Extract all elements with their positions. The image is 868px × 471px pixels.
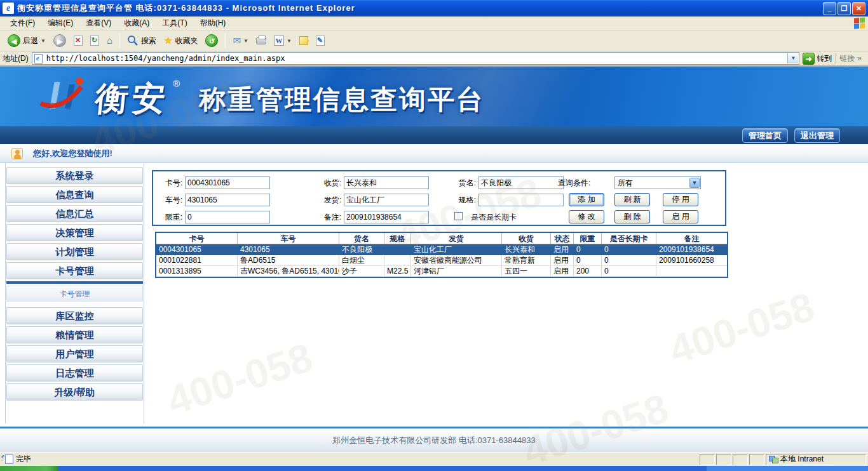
edit-icon: ✎ <box>316 36 325 46</box>
table-row-selected[interactable]: 0004301065 4301065 不良阳极 宝山化工厂 长兴泰和 启用 0 … <box>156 244 727 255</box>
address-label: 地址(D) <box>3 53 29 64</box>
home-button[interactable]: ⌂ <box>104 34 115 47</box>
add-button[interactable]: 添 加 <box>569 193 604 206</box>
shipper-input[interactable] <box>344 194 429 206</box>
discuss-button[interactable] <box>297 35 311 46</box>
address-input[interactable]: http://localhost:1504/yancheng/admin/ind… <box>32 52 800 65</box>
word-edit-button[interactable]: W ▼ <box>271 34 294 47</box>
cell: 2009101660258 <box>656 255 727 266</box>
windows-taskbar[interactable] <box>0 466 868 471</box>
sidebar-item-grain-mgmt[interactable]: 粮情管理 <box>6 326 143 343</box>
sidebar-item-plan-mgmt[interactable]: 计划管理 <box>6 243 143 260</box>
mail-dropdown-icon[interactable]: ▼ <box>243 38 248 44</box>
sidebar-item-user-mgmt[interactable]: 用户管理 <box>6 345 143 362</box>
star-icon: ★ <box>164 36 172 46</box>
brand-name: 衡安 <box>93 77 171 121</box>
modify-button[interactable]: 修 改 <box>569 210 604 223</box>
shipper-label: 发货: <box>313 194 341 206</box>
query-condition-value: 所有 <box>618 178 633 187</box>
table-row[interactable]: 0001022881 鲁AD6515 白烟尘 安徽省徽商能源公司 常熟育新 启用… <box>156 255 727 266</box>
address-bar: 地址(D) http://localhost:1504/yancheng/adm… <box>0 51 868 67</box>
links-button[interactable]: 链接 » <box>835 53 865 64</box>
document-icon <box>5 454 13 464</box>
menu-edit[interactable]: 编辑(E) <box>41 17 79 30</box>
cell: 启用 <box>551 266 574 277</box>
table-row[interactable]: 0001313895 吉WC3456, 鲁AD6515, 4301065 沙子 … <box>156 266 727 277</box>
delete-button[interactable]: 删 除 <box>614 210 650 223</box>
address-dropdown-icon[interactable]: ▼ <box>787 53 798 63</box>
exit-admin-button[interactable]: 退出管理 <box>794 128 840 143</box>
sidebar-subitem-card-mgmt[interactable]: 卡号管理 <box>6 286 143 302</box>
minimize-button[interactable]: _ <box>823 2 836 15</box>
weight-limit-label: 限重: <box>154 211 182 223</box>
sidebar-item-decision-mgmt[interactable]: 决策管理 <box>6 224 143 241</box>
query-condition-select[interactable]: 所有 ▼ <box>614 176 701 189</box>
cell: 鲁AD6515 <box>238 255 339 266</box>
weight-limit-input[interactable] <box>185 211 270 223</box>
stop-icon: ✕ <box>74 36 83 46</box>
card-no-input[interactable] <box>185 176 270 189</box>
admin-home-button[interactable]: 管理首页 <box>742 128 788 143</box>
spec-input[interactable] <box>478 194 564 206</box>
sidebar-item-system-login[interactable]: 系统登录 <box>6 167 143 184</box>
col-header: 收货 <box>502 233 551 244</box>
long-term-checkbox[interactable] <box>454 212 463 220</box>
mail-button[interactable]: ✉ ▼ <box>230 34 251 47</box>
welcome-text: 您好,欢迎您登陆使用! <box>33 148 112 159</box>
card-no-label: 卡号: <box>154 176 182 189</box>
favorites-button[interactable]: ★ 收藏夹 <box>161 34 200 48</box>
refresh-data-button[interactable]: 刷 新 <box>614 193 650 206</box>
search-button[interactable]: 搜索 <box>125 34 159 48</box>
remark-input[interactable] <box>344 211 429 223</box>
close-button[interactable]: ✕ <box>852 2 865 15</box>
note-icon <box>299 36 308 45</box>
go-button[interactable]: ➜ 转到 <box>803 53 832 65</box>
print-button[interactable] <box>254 36 269 46</box>
cell: 0 <box>574 255 602 266</box>
forward-icon: ▶ <box>53 34 66 47</box>
edit-button[interactable]: ✎ <box>313 34 327 47</box>
goods-name-label: 货名: <box>448 176 476 189</box>
sidebar-item-storage-monitor[interactable]: 库区监控 <box>6 307 143 324</box>
status-panel <box>733 454 748 465</box>
history-icon: ↺ <box>205 34 218 47</box>
menu-tools[interactable]: 工具(T) <box>156 17 193 30</box>
cell: 长兴泰和 <box>502 244 551 255</box>
refresh-button[interactable]: ↻ <box>88 34 102 47</box>
sidebar-item-log-mgmt[interactable]: 日志管理 <box>6 364 143 381</box>
query-condition-label: 查询条件: <box>551 176 590 189</box>
cell <box>384 244 411 255</box>
restore-button[interactable]: ❐ <box>837 2 851 15</box>
cell: 0 <box>574 244 602 255</box>
menu-help[interactable]: 帮助(H) <box>194 17 233 30</box>
disable-button[interactable]: 停 用 <box>663 193 698 206</box>
col-header: 货名 <box>339 233 384 244</box>
cell: 0 <box>602 266 656 277</box>
sidebar-item-info-summary[interactable]: 信息汇总 <box>6 205 143 222</box>
forward-button[interactable]: ▶ <box>51 33 69 48</box>
status-panel <box>700 454 715 465</box>
start-button[interactable] <box>0 466 58 471</box>
word-dropdown-icon[interactable]: ▼ <box>287 38 292 44</box>
back-button[interactable]: ◀ 后退 ▼ <box>5 33 48 48</box>
go-icon: ➜ <box>803 53 815 65</box>
go-label: 转到 <box>817 53 832 64</box>
sidebar: 系统登录 信息查询 信息汇总 决策管理 计划管理 卡号管理 卡号管理 库区监控 … <box>5 163 144 423</box>
cell: 宝山化工厂 <box>411 244 502 255</box>
receiver-input[interactable] <box>344 176 429 189</box>
cell: 200 <box>574 266 602 277</box>
vehicle-no-input[interactable] <box>185 194 270 206</box>
sidebar-item-info-query[interactable]: 信息查询 <box>6 186 143 203</box>
menu-favorites[interactable]: 收藏(A) <box>118 17 156 30</box>
menu-file[interactable]: 文件(F) <box>4 17 41 30</box>
stop-button[interactable]: ✕ <box>71 34 85 47</box>
sidebar-item-upgrade-help[interactable]: 升级/帮助 <box>6 383 143 401</box>
windows-logo-icon <box>854 17 865 29</box>
menu-view[interactable]: 查看(V) <box>79 17 118 30</box>
back-dropdown-icon[interactable]: ▼ <box>41 38 46 44</box>
col-header: 发货 <box>411 233 502 244</box>
sidebar-item-card-mgmt[interactable]: 卡号管理 <box>6 262 143 279</box>
history-button[interactable]: ↺ <box>203 33 220 48</box>
enable-button[interactable]: 启 用 <box>663 210 698 223</box>
zone-label: 本地 Intranet <box>780 454 824 465</box>
